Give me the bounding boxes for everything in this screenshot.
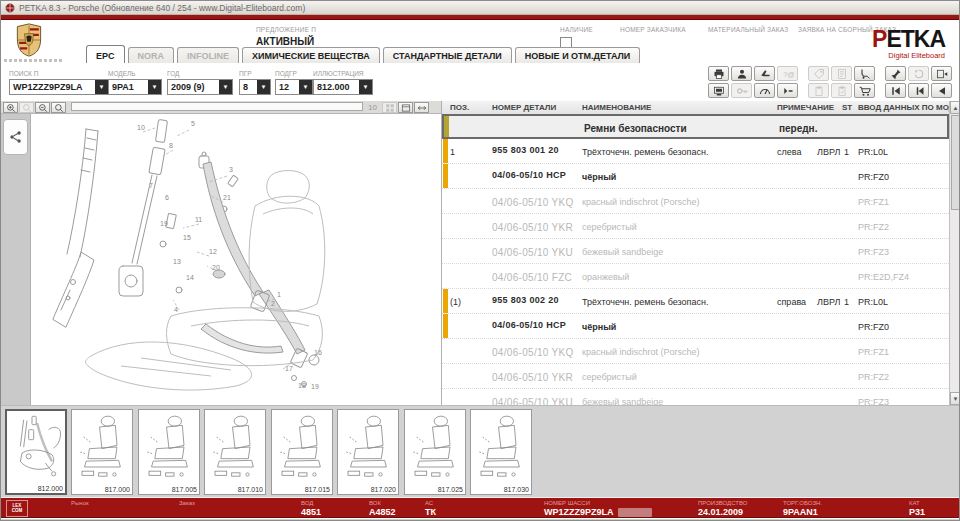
filter-group: ПГР8▼ — [239, 70, 271, 95]
filter-search-input[interactable]: WP1ZZZ9PZ9LA — [10, 80, 95, 94]
thumbnail-817.005[interactable]: 817.005 — [138, 409, 200, 495]
table-row[interactable]: 04/06-05/10 YKUбежевый sandbeigePR:FZ3 — [442, 389, 949, 405]
tab-standard-parts[interactable]: СТАНДАРТНЫЕ ДЕТАЛИ — [383, 47, 512, 64]
status-field-vok-label: ВОК — [369, 500, 396, 506]
filter-subgroup-dropdown-button[interactable]: ▼ — [299, 80, 312, 94]
gauge-icon — [759, 85, 771, 97]
cell-part-number: 04/06-05/10 HCP — [492, 320, 566, 330]
filter-subgroup-input[interactable]: 12 — [276, 80, 299, 94]
thumbnail-812.000[interactable]: 812.000 — [5, 409, 67, 495]
table-row[interactable]: 04/06-05/10 HCPчёрныйPR:FZ0 — [442, 314, 949, 339]
filter-year-dropdown-button[interactable]: ▼ — [219, 80, 232, 94]
cell-name: бежевый sandbeige — [582, 397, 663, 405]
table-row[interactable]: 04/06-05/10 FZCоранжевыйPR:E2D,FZ4 — [442, 264, 949, 289]
filter-illustration-label: ИЛЛЮСТРАЦИЯ — [313, 70, 373, 77]
user-button[interactable] — [731, 66, 752, 81]
table-row[interactable]: 04/06-05/10 YKQкрасный indischrot (Porsc… — [442, 339, 949, 364]
grid-button — [382, 102, 397, 113]
cell-pr: PR:FZ0 — [858, 322, 889, 332]
table-row[interactable]: Ремни безопасностипередн. — [442, 114, 949, 139]
seat-thumb-icon — [141, 412, 197, 482]
thumbnail-strip: 812.000817.000817.005817.010817.015817.0… — [1, 405, 959, 498]
scroll-down-button[interactable]: ▼ — [950, 392, 960, 405]
magnifier-button[interactable] — [51, 102, 66, 113]
nav-back-button[interactable] — [931, 83, 952, 98]
diagram-callout: 4 — [174, 306, 178, 313]
tab-chemicals[interactable]: ХИМИЧЕСКИЕ ВЕЩЕСТВА — [242, 47, 380, 64]
filter-illustration-input[interactable]: 812.000 — [314, 80, 359, 94]
pin-button[interactable] — [885, 66, 906, 81]
table-scrollbar[interactable]: ▲ ▼ — [949, 101, 960, 405]
cell-name: красный indischrot (Porsche) — [582, 347, 699, 357]
thumbnail-817.030[interactable]: 817.030 — [470, 409, 532, 495]
thumbnail-817.000[interactable]: 817.000 — [71, 409, 133, 495]
status-field-catalog-label: КАТ — [909, 500, 925, 506]
filter-illustration-dropdown-button[interactable]: ▼ — [359, 80, 372, 94]
scroll-up-button[interactable]: ▲ — [950, 101, 960, 114]
filter-search-dropdown-button[interactable]: ▼ — [95, 80, 108, 94]
diagram-callout: 3 — [229, 166, 233, 173]
price-tag-icon — [813, 68, 825, 80]
zoom-in-button[interactable] — [3, 102, 18, 113]
seat-thumb-icon — [74, 412, 130, 482]
illustration-panel[interactable]: 1058372161119151213201441216171819 — [31, 114, 441, 405]
thumbnail-817.015[interactable]: 817.015 — [271, 409, 333, 495]
scroll-thumb[interactable] — [951, 115, 960, 210]
tab-new-removed-parts[interactable]: НОВЫЕ И ОТМ.ДЕТАЛИ — [515, 47, 641, 64]
window-button[interactable] — [398, 102, 413, 113]
page-forward-button[interactable] — [931, 66, 952, 81]
hand-button[interactable] — [754, 66, 775, 81]
redacted-area — [618, 508, 652, 517]
table-row[interactable]: 04/06-05/10 HCPчёрныйPR:FZ0 — [442, 164, 949, 189]
thumbnail-817.020[interactable]: 817.020 — [337, 409, 399, 495]
diagram-callout: 19 — [311, 383, 319, 390]
filter-subgroup-label: ПОДГР — [275, 70, 313, 77]
table-row[interactable]: 04/06-05/10 YKQкрасный indischrot (Porsc… — [442, 189, 949, 214]
zoom-slider-track[interactable] — [71, 102, 363, 111]
cell-part-number: 04/06-05/10 YKU — [492, 247, 573, 258]
diagram-callout: 18 — [298, 382, 306, 389]
tab-infoline: INFOLINE — [177, 47, 239, 64]
help-icon: ?@ — [782, 68, 794, 80]
customer-number-label: НОМЕР ЗАКАЗЧИКА — [620, 26, 686, 33]
window-titlebar[interactable]: PETKA 8.3 - Porsche (Обновление 640 / 25… — [1, 1, 959, 15]
clipboard-check-icon — [836, 85, 848, 97]
column-header: НАИМЕНОВАНИЕ — [582, 103, 651, 112]
filter-model-dropdown-button[interactable]: ▼ — [148, 80, 161, 94]
cell-pr: PR:E2D,FZ4 — [858, 272, 909, 282]
table-row[interactable]: 1955 803 001 20Трёхточечн. ремень безопа… — [442, 139, 949, 164]
gauge-button[interactable] — [754, 83, 775, 98]
print-button[interactable] — [708, 66, 729, 81]
expand-list-button[interactable] — [777, 83, 798, 98]
seat-order-button[interactable] — [854, 66, 875, 81]
nav-first-button[interactable] — [885, 83, 906, 98]
filter-search: ПОИСК ПWP1ZZZ9PZ9LA▼ — [9, 70, 109, 95]
status-field-trade-designation: ТОРГ.ОБОЗН.9PAAN1 — [783, 500, 822, 517]
filter-year-input[interactable]: 2009 (9) — [168, 80, 219, 94]
filter-group-input[interactable]: 8 — [240, 80, 257, 94]
monitor-button[interactable] — [708, 83, 729, 98]
filter-model-input[interactable]: 9PA1 — [109, 80, 148, 94]
cell-name: Трёхточечн. ремень безопасн. — [582, 147, 708, 157]
table-row[interactable]: (1)955 803 002 20Трёхточечн. ремень безо… — [442, 289, 949, 314]
table-row[interactable]: 04/06-05/10 YKRсеребристыйPR:FZ2 — [442, 214, 949, 239]
nav-prev-button[interactable] — [908, 83, 929, 98]
key-icon — [736, 85, 748, 97]
share-button[interactable] — [3, 119, 28, 155]
tab-epc[interactable]: EPC — [86, 45, 125, 64]
table-row[interactable]: 04/06-05/10 YKUбежевый sandbeigePR:FZ3 — [442, 239, 949, 264]
thumbnail-817.010[interactable]: 817.010 — [204, 409, 266, 495]
thumbnail-817.025[interactable]: 817.025 — [404, 409, 466, 495]
filter-group-label: ПГР — [239, 70, 271, 77]
svg-text:?@: ?@ — [783, 70, 794, 79]
fit-width-button[interactable] — [414, 102, 429, 113]
pin-icon — [890, 68, 902, 80]
parts-table-header: ПОЗ.НОМЕР ДЕТАЛИНАИМЕНОВАНИЕПРИМЕЧАНИЕST… — [442, 101, 949, 115]
filter-group-dropdown-button[interactable]: ▼ — [257, 80, 270, 94]
seat-order-icon — [859, 68, 871, 80]
table-row[interactable]: 04/06-05/10 YKRсеребристыйPR:FZ2 — [442, 364, 949, 389]
cart-button[interactable] — [854, 83, 875, 98]
cell-note2: ЛВРЛ — [817, 147, 840, 157]
zoom-minus-button[interactable] — [35, 102, 50, 113]
cell-note: передн. — [779, 123, 817, 134]
